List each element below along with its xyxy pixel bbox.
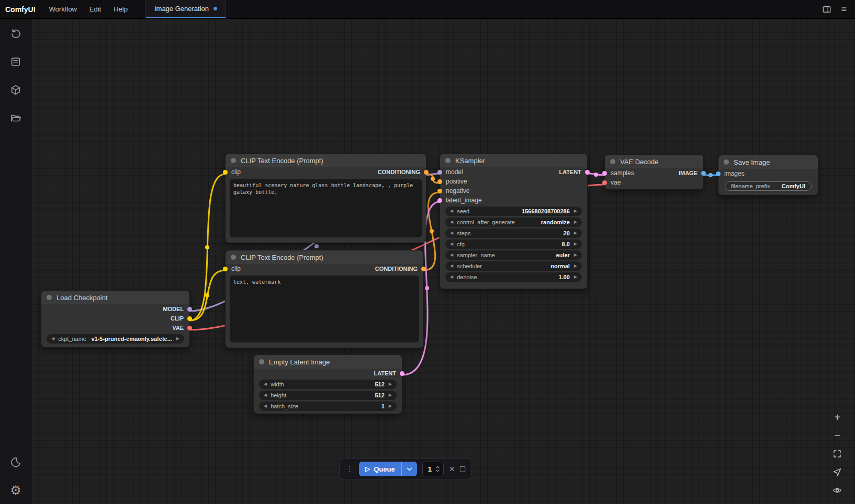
- node-header[interactable]: VAE Decode: [605, 155, 703, 168]
- increment-arrow-icon[interactable]: ▶: [574, 275, 577, 279]
- node-clip-text-encode-positive[interactable]: CLIP Text Encode (Prompt) clip CONDITION…: [225, 153, 426, 243]
- increment-arrow-icon[interactable]: ▶: [574, 253, 577, 257]
- input-dot-vae[interactable]: [602, 180, 607, 185]
- input-dot-latent-image[interactable]: [437, 198, 442, 203]
- increment-arrow-icon[interactable]: ▶: [574, 220, 577, 224]
- toggle-link-visibility-button[interactable]: [832, 485, 842, 496]
- decrement-arrow-icon[interactable]: ◀: [450, 220, 453, 224]
- node-clip-text-encode-negative[interactable]: CLIP Text Encode (Prompt) clip CONDITION…: [225, 250, 424, 348]
- increment-arrow-icon[interactable]: ▶: [176, 337, 179, 341]
- link-midpoint-dot[interactable]: [430, 229, 434, 233]
- input-dot-clip[interactable]: [223, 267, 228, 271]
- increment-arrow-icon[interactable]: ▶: [574, 209, 577, 213]
- link-midpoint-dot[interactable]: [314, 244, 319, 248]
- node-graph-canvas[interactable]: CLIP Text Encode (Prompt) clip CONDITION…: [31, 19, 855, 504]
- node-header[interactable]: Load Checkpoint: [41, 291, 189, 304]
- node-header[interactable]: CLIP Text Encode (Prompt): [226, 250, 423, 264]
- input-dot-samples[interactable]: [602, 171, 607, 176]
- queue-button[interactable]: ▷ Queue: [359, 462, 417, 476]
- menu-workflow[interactable]: Workflow: [43, 0, 83, 18]
- widget-steps[interactable]: ◀ steps 20 ▶: [445, 228, 582, 238]
- increment-arrow-icon[interactable]: ▶: [389, 393, 392, 397]
- widget-ckpt-name[interactable]: ◀ ckpt_name v1-5-pruned-emaonly.safete..…: [47, 334, 184, 343]
- link-midpoint-dot[interactable]: [594, 173, 598, 177]
- link-midpoint-dot[interactable]: [431, 177, 435, 181]
- link-midpoint-dot[interactable]: [425, 286, 429, 290]
- widget-width[interactable]: ◀ width 512 ▶: [259, 380, 397, 389]
- widget-sampler-name[interactable]: ◀ sampler_name euler ▶: [445, 250, 582, 260]
- queue-button-main[interactable]: ▷ Queue: [359, 465, 401, 473]
- collapse-dot[interactable]: [231, 255, 236, 260]
- select-mode-button[interactable]: [832, 467, 842, 477]
- node-header[interactable]: KSampler: [440, 154, 587, 167]
- node-header[interactable]: Empty Latent Image: [254, 355, 402, 369]
- theme-toggle-moon-icon[interactable]: [9, 456, 22, 468]
- hamburger-menu-icon[interactable]: ≡: [841, 4, 847, 15]
- widget-denoise[interactable]: ◀ denoise 1.00 ▶: [445, 272, 582, 282]
- increment-arrow-icon[interactable]: ▶: [574, 231, 577, 235]
- decrement-arrow-icon[interactable]: ◀: [264, 382, 267, 386]
- input-dot-clip[interactable]: [223, 170, 228, 175]
- link-midpoint-dot[interactable]: [205, 245, 209, 249]
- menu-edit[interactable]: Edit: [83, 0, 107, 18]
- panel-toggle-icon[interactable]: [822, 5, 831, 14]
- collapse-dot[interactable]: [231, 158, 236, 163]
- input-dot-images[interactable]: [716, 171, 721, 176]
- collapse-dot[interactable]: [47, 295, 52, 300]
- negative-prompt-textarea[interactable]: text, watermark: [230, 276, 419, 342]
- step-up-icon[interactable]: [435, 466, 440, 468]
- collapse-dot[interactable]: [259, 359, 264, 364]
- tab-image-generation[interactable]: Image Generation: [145, 0, 226, 18]
- link-midpoint-dot[interactable]: [708, 173, 713, 177]
- node-header[interactable]: CLIP Text Encode (Prompt): [226, 154, 426, 167]
- widget-height[interactable]: ◀ height 512 ▶: [259, 391, 397, 400]
- output-dot-conditioning[interactable]: [421, 267, 426, 271]
- queue-options-caret[interactable]: [401, 462, 417, 476]
- decrement-arrow-icon[interactable]: ◀: [450, 209, 453, 213]
- node-vae-decode[interactable]: VAE Decode samples IMAGE vae: [604, 154, 704, 190]
- sidebar-item-workflows-folder[interactable]: [9, 112, 22, 124]
- node-ksampler[interactable]: KSampler model LATENT positive: [440, 153, 588, 289]
- node-save-image[interactable]: Save Image images filename_prefix ComfyU…: [718, 155, 818, 196]
- sidebar-item-node-library[interactable]: [9, 84, 22, 96]
- menu-help[interactable]: Help: [107, 0, 134, 18]
- collapse-dot[interactable]: [610, 159, 615, 164]
- decrement-arrow-icon[interactable]: ◀: [450, 253, 453, 257]
- node-load-checkpoint[interactable]: Load Checkpoint MODEL CLIP VAE: [41, 290, 190, 348]
- widget-cfg[interactable]: ◀ cfg 8.0 ▶: [445, 239, 582, 249]
- fit-view-button[interactable]: [832, 449, 842, 459]
- input-dot-negative[interactable]: [437, 189, 442, 193]
- decrement-arrow-icon[interactable]: ◀: [450, 264, 453, 268]
- increment-arrow-icon[interactable]: ▶: [389, 382, 392, 386]
- settings-gear-icon[interactable]: ⚙: [9, 484, 22, 497]
- positive-prompt-textarea[interactable]: beautiful scenery nature glass bottle la…: [230, 179, 422, 237]
- increment-arrow-icon[interactable]: ▶: [389, 404, 392, 408]
- stop-icon[interactable]: □: [460, 464, 465, 474]
- step-down-icon[interactable]: [435, 469, 440, 472]
- output-dot-conditioning[interactable]: [424, 170, 429, 175]
- decrement-arrow-icon[interactable]: ◀: [450, 275, 453, 279]
- increment-arrow-icon[interactable]: ▶: [574, 264, 577, 268]
- zoom-in-button[interactable]: +: [832, 412, 842, 422]
- sidebar-item-history[interactable]: [9, 27, 22, 40]
- increment-arrow-icon[interactable]: ▶: [574, 242, 577, 246]
- collapse-dot[interactable]: [445, 158, 451, 163]
- decrement-arrow-icon[interactable]: ◀: [450, 231, 453, 235]
- app-logo[interactable]: ComfyUI: [0, 0, 43, 18]
- output-dot-vae[interactable]: [187, 326, 192, 330]
- output-dot-latent[interactable]: [585, 170, 590, 175]
- cancel-run-icon[interactable]: ×: [449, 463, 455, 475]
- output-dot-latent[interactable]: [400, 371, 404, 376]
- batch-count-stepper[interactable]: 1: [422, 462, 444, 476]
- widget-batch-size[interactable]: ◀ batch_size 1 ▶: [259, 402, 397, 411]
- node-empty-latent-image[interactable]: Empty Latent Image LATENT ◀ width 512 ▶ …: [253, 354, 402, 414]
- collapse-dot[interactable]: [724, 159, 729, 165]
- widget-control-after-generate[interactable]: ◀ control_after_generate randomize ▶: [445, 217, 582, 227]
- sidebar-item-queue[interactable]: [9, 55, 22, 68]
- widget-scheduler[interactable]: ◀ scheduler normal ▶: [445, 261, 582, 271]
- input-dot-model[interactable]: [437, 170, 442, 175]
- widget-seed[interactable]: ◀ seed 156680208700286 ▶: [445, 207, 582, 216]
- output-dot-clip[interactable]: [187, 316, 192, 321]
- decrement-arrow-icon[interactable]: ◀: [51, 337, 54, 341]
- output-dot-model[interactable]: [187, 307, 192, 312]
